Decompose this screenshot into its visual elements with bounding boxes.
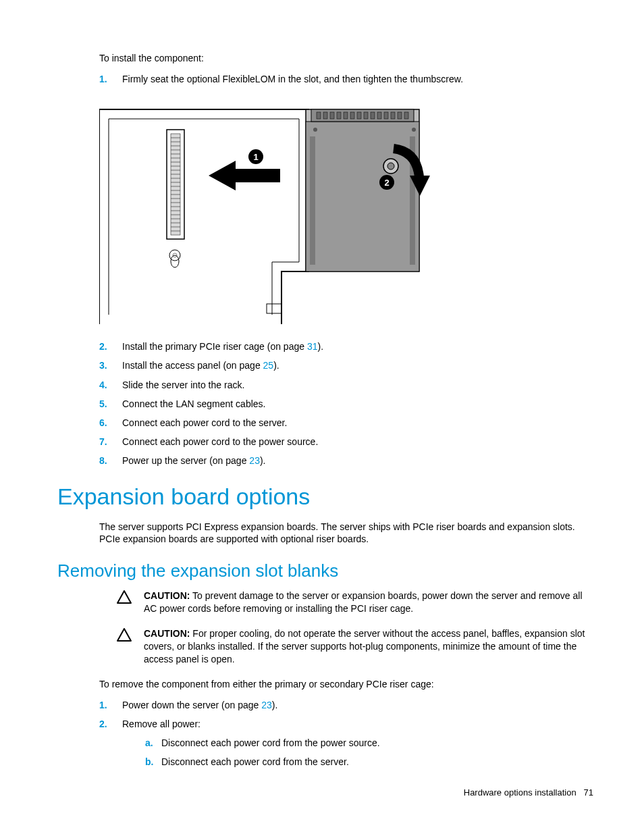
step-number: 8. bbox=[99, 454, 122, 467]
step-text: Power up the server (on page 23). bbox=[122, 454, 593, 467]
step-text: Slide the server into the rack. bbox=[122, 379, 593, 391]
substep-letter: a. bbox=[145, 737, 161, 749]
step-4: 4. Slide the server into the rack. bbox=[99, 379, 593, 391]
page-link-25[interactable]: 25 bbox=[263, 360, 274, 371]
svg-text:2: 2 bbox=[384, 178, 389, 188]
remove-steps: 1. Power down the server (on page 23). 2… bbox=[99, 699, 593, 775]
intro-text: To install the component: bbox=[99, 53, 593, 63]
step-text: Install the primary PCIe riser cage (on … bbox=[122, 340, 593, 353]
footer-page-number: 71 bbox=[584, 787, 593, 798]
svg-rect-42 bbox=[377, 112, 381, 119]
svg-rect-0 bbox=[267, 304, 281, 313]
caution-label: CAUTION: bbox=[144, 590, 190, 601]
step-text: Install the access panel (on page 25). bbox=[122, 359, 593, 371]
step-7: 7. Connect each power cord to the power … bbox=[99, 436, 593, 448]
svg-rect-33 bbox=[317, 112, 321, 119]
step-3: 3. Install the access panel (on page 25)… bbox=[99, 359, 593, 371]
step-number: 3. bbox=[99, 359, 122, 371]
step-6: 6. Connect each power cord to the server… bbox=[99, 417, 593, 429]
svg-rect-36 bbox=[337, 112, 341, 119]
step-2: 2. Install the primary PCIe riser cage (… bbox=[99, 340, 593, 353]
step-number: 7. bbox=[99, 436, 122, 448]
step-number: 4. bbox=[99, 379, 122, 391]
svg-rect-39 bbox=[357, 112, 361, 119]
step-text: Connect each power cord to the power sou… bbox=[122, 436, 593, 448]
svg-rect-46 bbox=[404, 112, 408, 119]
svg-rect-35 bbox=[330, 112, 334, 119]
svg-rect-41 bbox=[371, 112, 375, 119]
expansion-description: The server supports PCI Express expansio… bbox=[99, 521, 593, 546]
caution-text: CAUTION: For proper cooling, do not oper… bbox=[144, 627, 593, 666]
step-text: Connect each power cord to the server. bbox=[122, 417, 593, 429]
svg-point-51 bbox=[313, 128, 317, 132]
heading-removing-expansion-slot-blanks: Removing the expansion slot blanks bbox=[57, 561, 593, 581]
step-number: 5. bbox=[99, 398, 122, 410]
caution-1: CAUTION: To prevent damage to the server… bbox=[117, 590, 593, 615]
install-steps-bottom: 2. Install the primary PCIe riser cage (… bbox=[99, 340, 593, 467]
remove-substeps: a. Disconnect each power cord from the p… bbox=[145, 737, 593, 768]
svg-point-50 bbox=[387, 163, 394, 170]
svg-marker-59 bbox=[117, 591, 131, 603]
svg-rect-31 bbox=[306, 122, 419, 271]
step-number: 2. bbox=[99, 718, 122, 775]
step-8: 8. Power up the server (on page 23). bbox=[99, 454, 593, 467]
svg-rect-43 bbox=[384, 112, 388, 119]
step-text: Remove all power: a. Disconnect each pow… bbox=[122, 718, 593, 775]
remove-step-2a: a. Disconnect each power cord from the p… bbox=[145, 737, 593, 749]
remove-step-2: 2. Remove all power: a. Disconnect each … bbox=[99, 718, 593, 775]
step-text: Firmly seat the optional FlexibleLOM in … bbox=[122, 73, 593, 85]
caution-2: CAUTION: For proper cooling, do not oper… bbox=[117, 627, 593, 666]
installation-figure: 1 2 bbox=[99, 96, 593, 328]
svg-rect-38 bbox=[350, 112, 354, 119]
svg-marker-53 bbox=[209, 161, 280, 190]
substep-letter: b. bbox=[145, 756, 161, 768]
step-number: 6. bbox=[99, 417, 122, 429]
remove-intro: To remove the component from either the … bbox=[99, 678, 593, 691]
install-steps-top: 1. Firmly seat the optional FlexibleLOM … bbox=[99, 73, 593, 85]
caution-icon bbox=[117, 590, 144, 615]
step-1: 1. Firmly seat the optional FlexibleLOM … bbox=[99, 73, 593, 85]
step-text: Power down the server (on page 23). bbox=[122, 699, 593, 711]
footer-section: Hardware options installation bbox=[464, 787, 576, 798]
heading-expansion-board-options: Expansion board options bbox=[57, 484, 593, 510]
svg-point-29 bbox=[171, 255, 179, 267]
svg-rect-34 bbox=[323, 112, 327, 119]
remove-step-1: 1. Power down the server (on page 23). bbox=[99, 699, 593, 711]
remove-step-2b: b. Disconnect each power cord from the s… bbox=[145, 756, 593, 768]
substep-text: Disconnect each power cord from the powe… bbox=[161, 737, 380, 749]
svg-rect-37 bbox=[344, 112, 348, 119]
caution-text: CAUTION: To prevent damage to the server… bbox=[144, 590, 593, 615]
step-5: 5. Connect the LAN segment cables. bbox=[99, 398, 593, 410]
svg-rect-45 bbox=[398, 112, 402, 119]
svg-rect-2 bbox=[171, 134, 180, 235]
caution-label: CAUTION: bbox=[144, 628, 190, 639]
step-text: Connect the LAN segment cables. bbox=[122, 398, 593, 410]
caution-icon bbox=[117, 627, 144, 666]
svg-rect-44 bbox=[391, 112, 395, 119]
step-number: 2. bbox=[99, 340, 122, 353]
step-number: 1. bbox=[99, 699, 122, 711]
substep-text: Disconnect each power cord from the serv… bbox=[161, 756, 349, 768]
svg-marker-60 bbox=[117, 629, 131, 641]
page-footer: Hardware options installation 71 bbox=[464, 787, 593, 798]
svg-rect-47 bbox=[310, 136, 315, 265]
svg-text:1: 1 bbox=[253, 152, 258, 162]
page-link-23[interactable]: 23 bbox=[249, 455, 260, 466]
page-link-23[interactable]: 23 bbox=[261, 700, 272, 710]
svg-rect-40 bbox=[364, 112, 368, 119]
page-link-31[interactable]: 31 bbox=[307, 341, 318, 352]
svg-point-52 bbox=[412, 128, 416, 132]
step-number: 1. bbox=[99, 73, 122, 85]
